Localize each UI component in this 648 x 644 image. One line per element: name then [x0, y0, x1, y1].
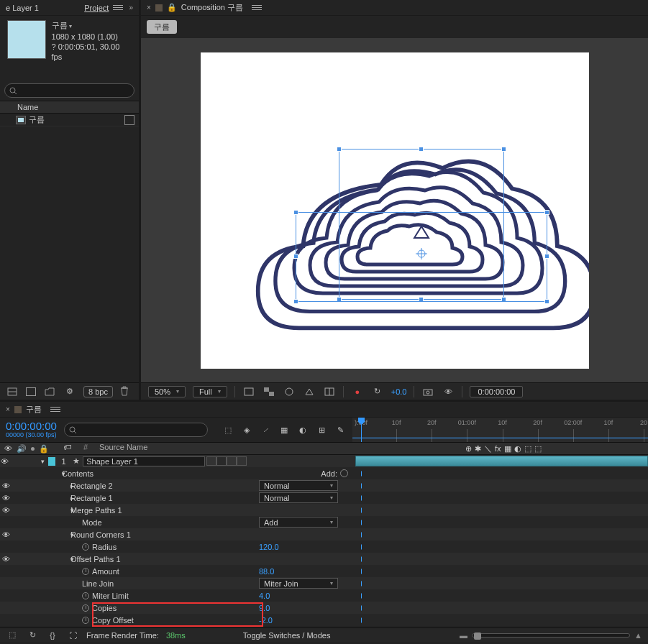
label-column-header[interactable]: 🏷 [63, 443, 76, 454]
timeline-tab-name[interactable]: 구름 [26, 404, 42, 415]
project-item-row[interactable]: 구름 [0, 114, 139, 126]
copy-offset-value[interactable]: -2.0 [259, 616, 352, 625]
project-search[interactable] [4, 83, 134, 98]
property-row-copies[interactable]: Copies 9.0 [0, 602, 648, 614]
flowchart-icon[interactable] [124, 115, 134, 125]
viewer-tab-label[interactable]: Composition 구름 [181, 2, 243, 13]
property-group-row[interactable]: 👁 ▸ Rectangle 1 Normal▾ [0, 492, 648, 504]
stopwatch-icon[interactable] [82, 543, 89, 551]
preview-time[interactable]: 0:00:00:00 [470, 386, 523, 397]
panel-expand-icon[interactable]: » [129, 4, 133, 12]
new-folder-icon[interactable] [43, 386, 56, 397]
twisty-icon[interactable]: ▾ [52, 470, 62, 477]
resolution-dropdown[interactable]: Full▾ [193, 386, 227, 397]
transparency-grid-icon[interactable] [263, 386, 275, 397]
radius-value[interactable]: 120.0 [259, 543, 352, 551]
brainstorm-icon[interactable]: ✎ [334, 424, 347, 436]
stopwatch-icon[interactable] [82, 604, 89, 612]
visibility-toggle[interactable]: 👁 [0, 494, 12, 502]
twisty-icon[interactable]: ▾ [50, 531, 70, 538]
blend-mode-dropdown[interactable]: Normal▾ [259, 480, 338, 491]
linejoin-dropdown[interactable]: Miter Join▾ [259, 578, 338, 589]
twisty-icon[interactable]: ▾ [50, 507, 70, 514]
timeline-search[interactable] [64, 423, 208, 437]
render-queue-icon[interactable]: ⛶ [66, 630, 79, 641]
current-time[interactable]: 0:00:00:00 [6, 421, 57, 431]
source-name-header[interactable]: Source Name [95, 443, 461, 454]
show-snapshot-icon[interactable]: 👁 [442, 386, 455, 397]
layer-name-input[interactable] [83, 456, 205, 466]
add-shape-button[interactable]: Add: [321, 469, 352, 478]
property-row[interactable]: Amount 88.0 [0, 565, 648, 577]
guides-icon[interactable] [323, 386, 336, 397]
graph-editor-icon[interactable]: ⊞ [315, 424, 328, 436]
channel-icon[interactable]: ● [351, 386, 364, 397]
close-tab-icon[interactable]: × [147, 4, 151, 12]
property-row[interactable]: Mode Add▾ [0, 516, 648, 528]
property-group-row[interactable]: 👁 ▾ Offset Paths 1 [0, 553, 648, 565]
interpret-footage-icon[interactable] [6, 386, 19, 397]
toggle-switches-icon[interactable]: ⬚ [6, 630, 19, 641]
viewer-menu-icon[interactable] [252, 5, 262, 10]
visibility-toggle[interactable]: 👁 [0, 482, 12, 490]
project-settings-icon[interactable]: ⚙ [63, 386, 76, 397]
property-group-row[interactable]: ▾ Contents Add: [0, 467, 648, 479]
twisty-icon[interactable]: ▸ [50, 482, 70, 489]
playhead[interactable] [361, 418, 362, 442]
project-panel-label[interactable]: Project [84, 4, 109, 12]
visibility-toggle[interactable]: 👁 [0, 506, 12, 515]
mask-icon[interactable] [283, 386, 296, 397]
comp-mini-flowchart-icon[interactable]: ⬚ [222, 424, 234, 436]
twisty-icon[interactable]: ▾ [50, 556, 70, 563]
property-group-row[interactable]: 👁 ▾ Round Corners 1 [0, 528, 648, 540]
new-comp-icon[interactable] [26, 387, 36, 396]
reset-exposure-icon[interactable]: ↻ [371, 386, 384, 397]
property-group-row[interactable]: 👁 ▾ Merge Paths 1 [0, 504, 648, 516]
label-color[interactable] [48, 457, 55, 466]
merge-mode-dropdown[interactable]: Add▾ [259, 517, 338, 528]
shy-icon[interactable]: ⟋ [259, 424, 272, 436]
visibility-toggle[interactable]: 👁 [0, 555, 12, 564]
region-icon[interactable] [242, 386, 255, 397]
property-row[interactable]: Miter Limit 4.0 [0, 589, 648, 602]
layer-row[interactable]: 👁 ▾ 1 ★ [0, 455, 648, 467]
3d-icon[interactable] [303, 386, 316, 397]
comp-name[interactable]: 구름 [52, 20, 132, 32]
project-column-header[interactable]: Name [0, 101, 139, 114]
miter-value[interactable]: 4.0 [259, 592, 352, 600]
stopwatch-icon[interactable] [82, 617, 89, 624]
stopwatch-icon[interactable] [82, 568, 89, 575]
twisty-icon[interactable]: ▸ [50, 494, 70, 502]
index-column-header[interactable]: # [76, 443, 95, 454]
stopwatch-icon[interactable] [82, 592, 89, 599]
draft-3d-icon[interactable]: ◈ [240, 424, 253, 436]
property-row-copy-offset[interactable]: Copy Offset -2.0 [0, 614, 648, 626]
timeline-zoom-slider[interactable]: ▬ ▲ [460, 631, 642, 640]
property-row[interactable]: Line Join Miter Join▾ [0, 577, 648, 589]
frame-blend-icon[interactable]: ▦ [278, 424, 291, 436]
trash-icon[interactable] [120, 386, 129, 397]
property-row[interactable]: Radius 120.0 [0, 540, 648, 553]
visibility-toggle[interactable]: 👁 [0, 530, 12, 539]
toggle-switches-modes-button[interactable]: Toggle Switches / Modes [243, 631, 331, 640]
comp-breadcrumb[interactable]: 구름 [147, 20, 177, 34]
lock-icon[interactable]: 🔒 [167, 3, 177, 12]
property-group-row[interactable]: 👁 ▸ Rectangle 2 Normal▾ [0, 479, 648, 492]
snapshot-icon[interactable] [421, 386, 434, 397]
zoom-dropdown[interactable]: 50%▾ [148, 386, 186, 397]
twisty-icon[interactable]: ▾ [40, 458, 46, 465]
blend-mode-dropdown[interactable]: Normal▾ [259, 492, 338, 503]
copies-value[interactable]: 9.0 [259, 604, 352, 612]
amount-value[interactable]: 88.0 [259, 567, 352, 576]
motion-blur-icon[interactable]: ◐ [296, 424, 309, 436]
timeline-menu-icon[interactable] [50, 407, 60, 412]
toggle-modes-icon[interactable]: ↻ [26, 630, 39, 641]
composition-canvas[interactable] [201, 52, 589, 369]
visibility-toggle[interactable]: 👁 [0, 457, 9, 466]
exposure-value[interactable]: +0.0 [391, 387, 407, 396]
time-ruler[interactable]: ):00f10f20f01:00f10f20f02:00f10f20 [352, 418, 648, 442]
bpc-button[interactable]: 8 bpc [83, 386, 113, 397]
layer-duration-bar[interactable] [355, 456, 648, 466]
close-timeline-tab-icon[interactable]: × [6, 405, 10, 413]
toggle-in-out-icon[interactable]: {} [46, 630, 59, 641]
